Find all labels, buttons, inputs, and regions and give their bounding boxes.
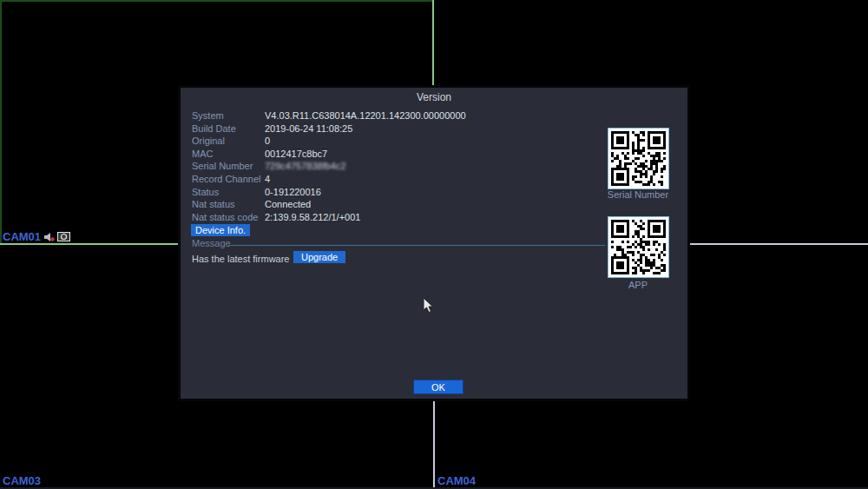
row-label: Build Date <box>192 123 265 134</box>
mouse-cursor-icon <box>423 297 434 314</box>
row-label: Serial Number <box>192 161 265 171</box>
camera-status-icons <box>43 232 70 242</box>
row-value: V4.03.R11.C638014A.12201.142300.00000000 <box>265 110 466 121</box>
row-build-date: Build Date2019-06-24 11:08:25 <box>192 123 352 136</box>
firmware-status-text: Has the latest firmware <box>192 254 289 264</box>
camera-name: CAM03 <box>3 474 41 487</box>
upgrade-button[interactable]: Upgrade <box>293 251 345 263</box>
row-value: Connected <box>265 199 311 209</box>
row-label: Status <box>192 187 265 197</box>
row-label: Nat status code <box>192 212 265 222</box>
app-qr-label: APP <box>585 280 691 290</box>
row-mac: MAC0012417c8bc7 <box>192 149 327 162</box>
row-label: MAC <box>192 149 265 159</box>
row-label: Nat status <box>192 199 265 209</box>
row-value: 0 <box>265 135 270 146</box>
row-value: 0012417c8bc7 <box>265 149 327 159</box>
row-value: 4 <box>265 174 270 184</box>
audio-muted-icon <box>43 232 56 242</box>
version-dialog: Version SystemV4.03.R11.C638014A.12201.1… <box>178 85 690 401</box>
serial-number-qr-label: Serial Number <box>585 189 691 200</box>
row-value: 0-191220016 <box>265 187 321 197</box>
row-value: 2:139.9.58.212/1/+001 <box>265 212 360 222</box>
row-label: System <box>192 110 265 121</box>
row-record-channel: Record Channel4 <box>192 174 270 187</box>
message-separator-line <box>228 245 605 246</box>
ok-button[interactable]: OK <box>413 380 464 394</box>
camera-label-cam04: CAM04 <box>437 474 476 487</box>
camera-name: CAM01 <box>3 230 41 243</box>
row-value: 2019-06-24 11:08:25 <box>265 123 352 134</box>
app-qr-code <box>608 216 669 278</box>
camera-label-cam01: CAM01 <box>3 230 70 243</box>
row-system: SystemV4.03.R11.C638014A.12201.142300.00… <box>192 110 466 123</box>
device-info-button[interactable]: Device Info. <box>191 224 250 236</box>
message-label: Message <box>192 238 231 248</box>
serial-number-qr-code <box>608 128 669 189</box>
camera-label-cam03: CAM03 <box>3 474 41 487</box>
row-nat-status-code: Nat status code2:139.9.58.212/1/+001 <box>192 212 360 225</box>
row-nat-status: Nat statusConnected <box>192 199 311 212</box>
row-original: Original0 <box>192 135 270 149</box>
dialog-title: Version <box>181 91 687 103</box>
record-icon <box>57 232 70 241</box>
camera-name: CAM04 <box>437 474 476 487</box>
dvr-screen: CAM01 CAM03 CAM04 Version SystemV4.03.R1… <box>0 0 868 489</box>
row-value-obscured: 729c4757838fb4c2 <box>265 161 346 171</box>
row-serial-number: Serial Number729c4757838fb4c2 <box>192 161 346 174</box>
row-status: Status0-191220016 <box>192 187 321 200</box>
row-label: Original <box>192 135 265 146</box>
row-label: Record Channel <box>192 174 265 184</box>
